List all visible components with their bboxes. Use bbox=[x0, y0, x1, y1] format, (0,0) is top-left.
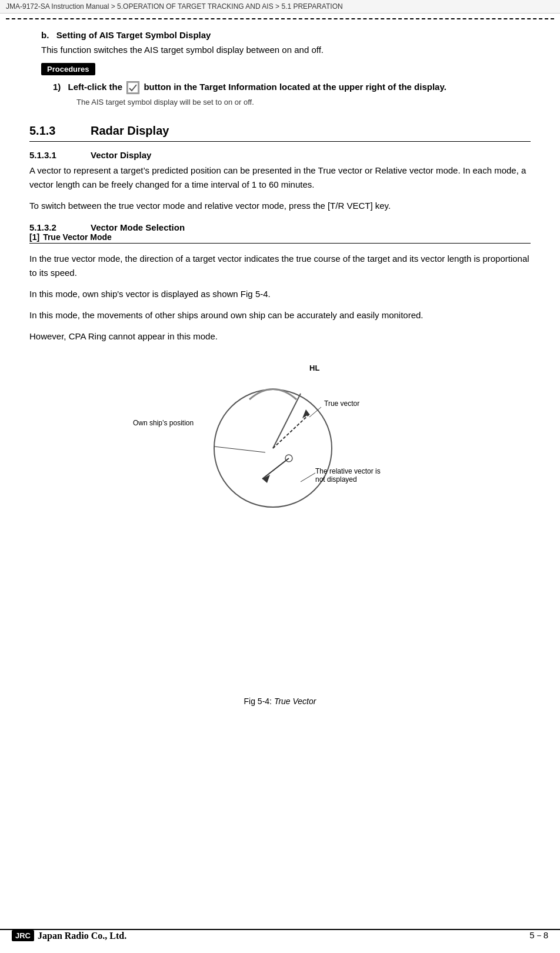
svg-line-9 bbox=[309, 407, 321, 417]
footer-company-name: Japan Radio Co., Ltd. bbox=[38, 931, 126, 941]
procedure-step-1: 1) Left-click the button in the Target I… bbox=[53, 81, 531, 106]
label-arrows-svg bbox=[127, 355, 433, 526]
section-5132-para3: In this mode, the movements of other shi… bbox=[29, 308, 531, 322]
section-5131-heading: 5.1.3.1 Vector Display bbox=[29, 150, 531, 160]
section-b-title: b. Setting of AIS Target Symbol Display bbox=[41, 30, 531, 40]
target-info-button-icon bbox=[126, 81, 139, 94]
footer-logo: JRC Japan Radio Co., Ltd. bbox=[12, 930, 126, 941]
section-b-intro: This function switches the AIS target sy… bbox=[41, 45, 531, 55]
fig-caption: Fig 5-4: True Vector bbox=[29, 697, 531, 706]
svg-line-10 bbox=[301, 473, 315, 482]
svg-line-8 bbox=[214, 446, 265, 452]
breadcrumb: JMA-9172-SA Instruction Manual > 5.OPERA… bbox=[0, 0, 560, 14]
footer-page-number: 5－8 bbox=[529, 930, 548, 941]
section-5131-para1: A vector to represent a target’s predict… bbox=[29, 164, 531, 192]
section-513-divider: 5.1.3 Radar Display bbox=[29, 124, 531, 142]
procedures-section: Procedures 1) Left-click the button in t… bbox=[41, 63, 531, 106]
section-5132-para2: In this mode, own ship's vector is displ… bbox=[29, 287, 531, 301]
section-b: b. Setting of AIS Target Symbol Display … bbox=[41, 30, 531, 106]
section-5132-para1: In the true vector mode, the direction o… bbox=[29, 252, 531, 280]
svg-rect-0 bbox=[128, 82, 138, 93]
sub-section-true-vector-line: [1] True Vector Mode bbox=[29, 232, 531, 244]
footer-jrc-badge: JRC bbox=[12, 930, 34, 941]
section-5131-para2: To switch between the true vector mode a… bbox=[29, 199, 531, 213]
footer: JRC Japan Radio Co., Ltd. 5－8 bbox=[0, 929, 560, 941]
section-5132-para4: However, CPA Ring cannot appear in this … bbox=[29, 329, 531, 344]
main-content: b. Setting of AIS Target Symbol Display … bbox=[0, 24, 560, 712]
section-5132-heading: 5.1.3.2 Vector Mode Selection bbox=[29, 222, 531, 232]
dashed-separator bbox=[6, 18, 554, 19]
step-1-note: The AIS target symbol display will be se… bbox=[76, 98, 531, 106]
true-vector-diagram: Own ship’s position bbox=[127, 355, 433, 526]
section-513-heading: 5.1.3 Radar Display bbox=[29, 124, 531, 138]
procedures-badge: Procedures bbox=[41, 63, 95, 75]
